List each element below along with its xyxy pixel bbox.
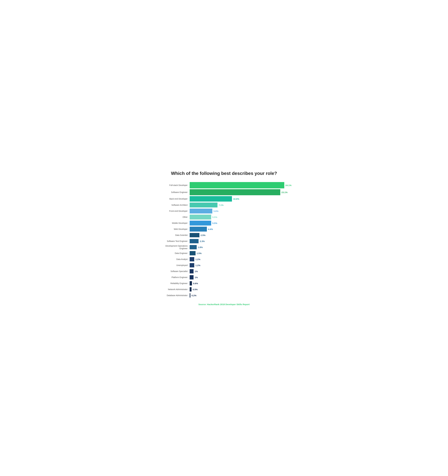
- bar-row: Software Engineer23.1%: [160, 189, 289, 195]
- bar-label: Data Engineer: [160, 252, 190, 255]
- bar-value-label: 10.8%: [233, 198, 239, 200]
- chart-title: Which of the following best describes yo…: [160, 170, 289, 176]
- bar-label: Full-stack Developer: [160, 184, 190, 187]
- bar-label: Database Administrator: [160, 294, 190, 297]
- bar-value-label: 4.4%: [208, 228, 213, 230]
- chart-container: Which of the following best describes yo…: [160, 170, 289, 306]
- bar-track: 1.8%: [190, 245, 289, 249]
- bar-fill: [190, 269, 194, 273]
- bar-row: Data Scientist2.5%: [160, 232, 289, 238]
- bar-track: 1.2%: [190, 257, 289, 261]
- bar-fill: [190, 233, 199, 237]
- bar-value-label: 0.5%: [193, 288, 197, 291]
- bar-value-label: 0.2%: [191, 294, 196, 297]
- bar-fill: [190, 196, 232, 202]
- bar-label: Data Scientist: [160, 234, 190, 236]
- bar-row: Other5.5%: [160, 215, 289, 220]
- bar-fill: [190, 239, 199, 243]
- bar-row: Software Architect7.1%: [160, 202, 289, 208]
- bar-track: 5.5%: [190, 215, 289, 220]
- bar-row: Web Developer4.4%: [160, 227, 289, 232]
- bar-row: Database Administrator0.2%: [160, 293, 289, 298]
- bar-value-label: 5.8%: [213, 210, 218, 212]
- bar-value-label: 24.1%: [286, 184, 291, 187]
- bar-track: 1.5%: [190, 251, 289, 255]
- bar-fill: [190, 251, 196, 255]
- bar-row: Platform Engineer1%: [160, 275, 289, 280]
- bar-fill: [190, 215, 211, 220]
- bar-track: 5.5%: [190, 221, 289, 226]
- bar-fill: [190, 203, 218, 207]
- bar-track: 0.5%: [190, 287, 289, 291]
- bar-fill: [190, 209, 213, 214]
- bar-fill: [190, 189, 280, 195]
- bar-value-label: 2.3%: [200, 240, 205, 243]
- bar-fill: [190, 281, 192, 285]
- bar-value-label: 2.5%: [201, 234, 205, 236]
- bar-label: Data Analyst: [160, 258, 190, 261]
- bar-row: Software Test Engineer2.3%: [160, 238, 289, 244]
- bar-label: Back-end Developer: [160, 198, 190, 200]
- bar-label: Platform Engineer: [160, 276, 190, 279]
- bar-fill: [190, 275, 194, 279]
- bar-track: 1%: [190, 275, 289, 279]
- bar-value-label: 1.2%: [195, 264, 200, 266]
- bar-track: 0.6%: [190, 281, 289, 285]
- bar-label: Web Developer: [160, 228, 190, 230]
- bar-track: 7.1%: [190, 203, 289, 207]
- bar-row: Front-end Developer5.8%: [160, 209, 289, 214]
- bar-track: 5.8%: [190, 209, 289, 214]
- bar-row: Mobile Developer5.5%: [160, 221, 289, 226]
- bar-track: 24.1%: [190, 182, 291, 188]
- bar-fill: [190, 245, 197, 249]
- bar-fill: [190, 257, 194, 261]
- bar-label: Software Engineer: [160, 191, 190, 193]
- bar-row: Development Operations Engineer1.8%: [160, 245, 289, 250]
- bar-track: 2.5%: [190, 233, 289, 237]
- bar-label: Reliability Engineer: [160, 282, 190, 285]
- bar-fill: [190, 221, 211, 226]
- bar-row: Data Analyst1.2%: [160, 257, 289, 262]
- bar-value-label: 5.5%: [212, 222, 217, 224]
- bar-row: Full-stack Developer24.1%: [160, 182, 289, 188]
- bar-value-label: 7.1%: [219, 204, 224, 206]
- bar-fill: [190, 182, 284, 188]
- bar-track: 2.3%: [190, 239, 289, 243]
- bar-fill: [190, 293, 190, 298]
- bar-value-label: 1%: [195, 270, 198, 272]
- bar-label: Software Specialist: [160, 270, 190, 272]
- bar-label: Mobile Developer: [160, 222, 190, 224]
- bar-value-label: 1.8%: [198, 246, 203, 249]
- bar-row: Software Specialist1%: [160, 269, 289, 274]
- bar-track: 1.2%: [190, 263, 289, 267]
- bar-row: Back-end Developer10.8%: [160, 196, 289, 202]
- bar-value-label: 23.1%: [281, 191, 288, 193]
- bar-track: 10.8%: [190, 196, 289, 202]
- bar-track: 1%: [190, 269, 289, 273]
- bar-value-label: 1.5%: [197, 252, 202, 255]
- bar-label: Software Architect: [160, 204, 190, 206]
- bar-fill: [190, 227, 207, 232]
- bar-label: Other: [160, 216, 190, 218]
- chart-area: Full-stack Developer24.1%Software Engine…: [160, 182, 289, 299]
- bar-fill: [190, 263, 194, 267]
- bar-track: 0.2%: [190, 293, 289, 298]
- bar-label: Development Operations Engineer: [160, 245, 190, 250]
- source-text: Source: HackerRank 2018 Developer Skills…: [160, 303, 289, 306]
- bar-value-label: 0.6%: [193, 282, 198, 285]
- bar-fill: [190, 287, 192, 291]
- bar-row: Network Administrator0.5%: [160, 287, 289, 292]
- bar-value-label: 1%: [195, 276, 198, 279]
- bar-track: 23.1%: [190, 189, 289, 195]
- bar-track: 4.4%: [190, 227, 289, 232]
- bar-value-label: 5.5%: [212, 216, 217, 218]
- bar-label: Network Administrator: [160, 288, 190, 291]
- bar-label: Front-end Developer: [160, 210, 190, 212]
- bar-row: Unemployed1.2%: [160, 263, 289, 268]
- bar-label: Software Test Engineer: [160, 240, 190, 243]
- bar-value-label: 1.2%: [195, 258, 200, 261]
- bar-row: Reliability Engineer0.6%: [160, 281, 289, 286]
- bar-label: Unemployed: [160, 264, 190, 266]
- bar-row: Data Engineer1.5%: [160, 251, 289, 256]
